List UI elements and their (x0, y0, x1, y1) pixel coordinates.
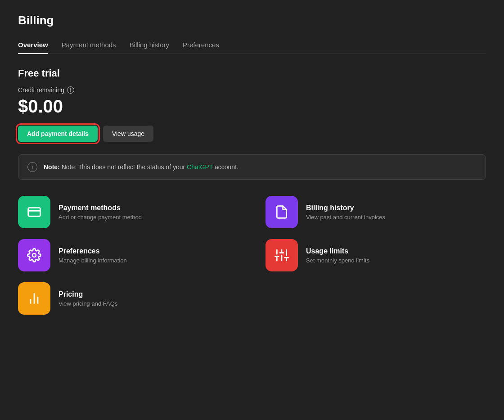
card-billing-history-desc: View past and current invoices (306, 214, 385, 221)
card-preferences-title: Preferences (58, 247, 127, 255)
usage-limits-icon (266, 239, 298, 271)
note-info-icon: i (27, 162, 37, 172)
pricing-icon (18, 282, 50, 315)
tabs-nav: Overview Payment methods Billing history… (18, 36, 486, 54)
cards-grid: Payment methods Add or change payment me… (18, 196, 486, 315)
preferences-icon (18, 239, 50, 271)
note-text: Note: Note: This does not reflect the st… (44, 163, 238, 171)
card-billing-history-title: Billing history (306, 204, 385, 212)
card-pricing-title: Pricing (58, 290, 117, 298)
tab-preferences[interactable]: Preferences (183, 36, 219, 54)
card-payment-methods-desc: Add or change payment method (58, 214, 142, 221)
tab-payment-methods[interactable]: Payment methods (62, 36, 116, 54)
card-preferences-desc: Manage billing information (58, 257, 127, 264)
add-payment-details-button[interactable]: Add payment details (18, 126, 98, 142)
chatgpt-link[interactable]: ChatGPT (187, 163, 213, 171)
card-usage-limits-title: Usage limits (306, 247, 369, 255)
tab-overview[interactable]: Overview (18, 36, 48, 54)
card-payment-methods[interactable]: Payment methods Add or change payment me… (18, 196, 238, 228)
card-usage-limits-desc: Set monthly spend limits (306, 257, 369, 264)
note-box: i Note: Note: This does not reflect the … (18, 154, 486, 180)
section-title: Free trial (18, 68, 486, 79)
svg-point-2 (32, 253, 36, 257)
info-icon[interactable]: i (67, 86, 74, 94)
page-title: Billing (18, 14, 486, 27)
card-pricing[interactable]: Pricing View pricing and FAQs (18, 282, 238, 315)
card-billing-history[interactable]: Billing history View past and current in… (266, 196, 486, 228)
button-row: Add payment details View usage (18, 126, 486, 142)
card-usage-limits[interactable]: Usage limits Set monthly spend limits (266, 239, 486, 271)
billing-history-icon (266, 196, 298, 228)
card-preferences[interactable]: Preferences Manage billing information (18, 239, 238, 271)
credit-amount: $0.00 (18, 96, 486, 117)
payment-methods-icon (18, 196, 50, 228)
svg-rect-0 (28, 208, 40, 217)
view-usage-button[interactable]: View usage (103, 126, 153, 142)
credit-label: Credit remaining i (18, 86, 486, 94)
card-pricing-desc: View pricing and FAQs (58, 300, 117, 307)
card-payment-methods-title: Payment methods (58, 204, 142, 212)
tab-billing-history[interactable]: Billing history (130, 36, 169, 54)
